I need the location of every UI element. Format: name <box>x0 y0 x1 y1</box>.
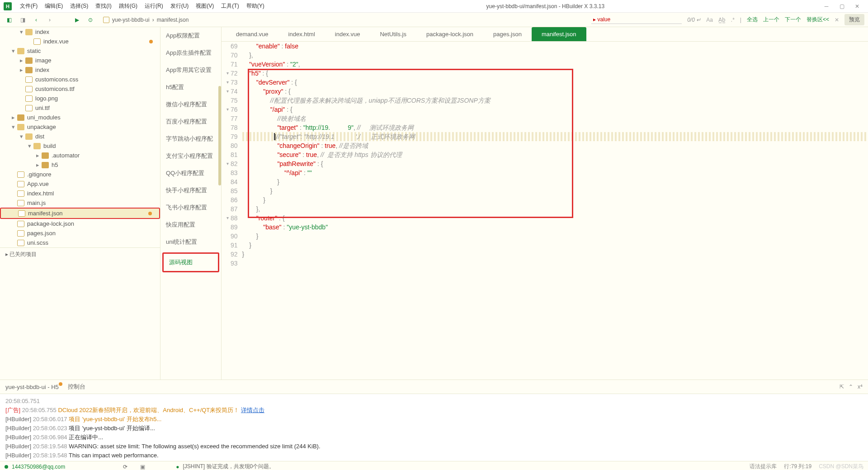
code-line[interactable]: } <box>242 177 868 186</box>
menu-item[interactable]: 发行(U) <box>167 1 193 11</box>
tree-item[interactable]: manifest.json <box>0 208 160 219</box>
nav-back-icon[interactable]: ‹ <box>31 14 42 25</box>
console-output[interactable]: 20:58:05.751[广告] 20:58:05.755 DCloud 202… <box>0 394 868 461</box>
tree-arrow-icon[interactable]: ▸ <box>36 152 42 159</box>
config-item[interactable]: 微信小程序配置 <box>160 96 221 113</box>
tree-item[interactable]: .gitignore <box>0 170 160 179</box>
config-item-source[interactable]: 源码视图 <box>164 254 218 271</box>
status-user[interactable]: 1443750986@qq.com <box>12 464 65 470</box>
console-collapse-icon[interactable]: ⌃ <box>849 384 853 390</box>
config-item[interactable]: QQ小程序配置 <box>160 165 221 182</box>
code-line[interactable]: //映射域名 <box>242 114 868 123</box>
code-line[interactable]: //配置代理服务器来解决跨域问题，uniapp不适用CORS方案和设置JSONP… <box>242 96 868 105</box>
select-all-link[interactable]: 全选 <box>747 16 758 24</box>
menu-item[interactable]: 跳转(G) <box>115 1 141 11</box>
tree-arrow-icon[interactable]: ▸ <box>20 57 25 64</box>
run-icon[interactable]: ▶ <box>71 14 82 25</box>
code-line[interactable]: }, <box>242 204 868 214</box>
code-area[interactable]: 697071▾72▾73▾7475▾767778798081▾828384858… <box>222 42 868 380</box>
code-line[interactable] <box>242 259 868 268</box>
tree-item[interactable]: ▾dist <box>0 132 160 141</box>
closed-projects[interactable]: ▸ 已关闭项目 <box>0 247 160 261</box>
regex-icon[interactable]: .* <box>731 17 735 23</box>
config-item[interactable]: h5配置 <box>160 79 221 96</box>
code-line[interactable]: "devServer" : { <box>242 78 868 87</box>
console-tab[interactable]: 控制台 <box>68 383 85 391</box>
code-line[interactable]: } <box>242 241 868 250</box>
tree-arrow-icon[interactable]: ▸ <box>36 161 42 168</box>
menu-item[interactable]: 编辑(E) <box>41 1 66 11</box>
editor-tab[interactable]: index.vue <box>325 27 370 41</box>
config-item[interactable]: App权限配置 <box>160 27 221 44</box>
tree-arrow-icon[interactable]: ▾ <box>28 142 33 149</box>
menu-item[interactable]: 帮助(Y) <box>243 1 268 11</box>
config-scrollbar[interactable] <box>218 86 221 185</box>
code-line[interactable]: "secure" : true, // 是否支持 https 协议的代理 <box>242 150 868 159</box>
code-line[interactable]: "target" : "http://19. 9", // 测试环境政务网 <box>242 123 868 132</box>
code-line[interactable]: "changeOrigin" : true, //是否跨域 <box>242 141 868 150</box>
code-line[interactable]: "proxy" : { <box>242 87 868 96</box>
config-item[interactable]: App原生插件配置 <box>160 44 221 62</box>
editor-tab[interactable]: manifest.json <box>532 27 586 41</box>
run-circle-icon[interactable]: ⊙ <box>85 14 96 25</box>
config-item[interactable]: 百度小程序配置 <box>160 113 221 130</box>
tree-item[interactable]: uni.scss <box>0 238 160 247</box>
fold-icon[interactable]: ▾ <box>224 159 229 168</box>
code-line[interactable]: "base" : "yue-yst-bbdb" <box>242 223 868 232</box>
tree-item[interactable]: customicons.css <box>0 75 160 84</box>
nav-forward-icon[interactable]: › <box>44 14 55 25</box>
code-line[interactable]: } <box>242 232 868 241</box>
search-input[interactable]: ▸ value <box>591 15 682 24</box>
menu-item[interactable]: 运行(R) <box>141 1 167 11</box>
console-link[interactable]: 详情点击 <box>241 407 264 413</box>
code-line[interactable]: } <box>242 250 868 259</box>
code-line[interactable]: } <box>242 195 868 204</box>
tree-item[interactable]: ▸image <box>0 56 160 65</box>
fold-icon[interactable]: ▾ <box>224 69 229 78</box>
config-item[interactable]: uni统计配置 <box>160 233 221 251</box>
tree-arrow-icon[interactable]: ▸ <box>12 114 17 121</box>
tree-arrow-icon[interactable]: ▾ <box>12 123 17 130</box>
code-line[interactable]: "enable" : false <box>242 42 868 51</box>
code-line[interactable]: "router" : { <box>242 214 868 223</box>
editor-tab[interactable]: demand.vue <box>226 27 278 41</box>
menu-item[interactable]: 工具(T) <box>217 1 242 11</box>
code-line[interactable]: "vueVersion" : "2", <box>242 60 868 69</box>
tree-item[interactable]: ▾unpackage <box>0 122 160 132</box>
preview-button[interactable]: 预览 <box>844 14 864 25</box>
tree-item[interactable]: ▾build <box>0 141 160 151</box>
code-line[interactable]: "^/api" : "" <box>242 168 868 177</box>
minimize-icon[interactable]: ─ <box>823 3 830 10</box>
config-item[interactable]: 快手小程序配置 <box>160 182 221 199</box>
config-item[interactable]: 飞书小程序配置 <box>160 199 221 216</box>
fold-icon[interactable]: ▾ <box>224 105 229 114</box>
close-icon[interactable]: ✕ <box>854 3 861 10</box>
tree-arrow-icon[interactable]: ▾ <box>20 133 25 140</box>
tree-item[interactable]: App.vue <box>0 179 160 189</box>
replace-link[interactable]: 替换区<< <box>807 16 829 24</box>
tree-item[interactable]: logo.png <box>0 94 160 103</box>
tree-item[interactable]: customicons.ttf <box>0 84 160 94</box>
console-expand-icon[interactable]: ⇱ <box>840 384 844 390</box>
syntax-lib[interactable]: 语法提示库 <box>750 463 777 470</box>
console-run-tab[interactable]: yue-yst-bbdb-ui - H5 <box>5 384 59 390</box>
sync-icon[interactable]: ⟳ <box>123 464 127 470</box>
tree-item[interactable]: main.js <box>0 198 160 208</box>
code-line[interactable]: } <box>242 186 868 195</box>
fold-icon[interactable]: ▾ <box>224 87 229 96</box>
tree-arrow-icon[interactable]: ▸ <box>20 66 25 73</box>
tree-item[interactable]: index.html <box>0 189 160 198</box>
editor-tab[interactable]: package-lock.json <box>416 27 483 41</box>
tree-item[interactable]: index.vue <box>0 37 160 46</box>
config-item[interactable]: 字节跳动小程序配 <box>160 130 221 147</box>
code-line[interactable]: "pathRewrite" : { <box>242 159 868 168</box>
fold-icon[interactable]: ▾ <box>224 78 229 87</box>
tree-arrow-icon[interactable]: ▾ <box>20 28 25 35</box>
config-item[interactable]: 支付宝小程序配置 <box>160 147 221 165</box>
tree-item[interactable]: uni.ttf <box>0 103 160 113</box>
word-icon[interactable]: A̲b̲ <box>718 17 726 23</box>
breadcrumb-project[interactable]: yue-yst-bbdb-ui <box>112 17 150 23</box>
case-icon[interactable]: Aa <box>706 17 713 23</box>
menu-item[interactable]: 视图(V) <box>192 1 217 11</box>
save-icon[interactable]: ◨ <box>17 14 28 25</box>
